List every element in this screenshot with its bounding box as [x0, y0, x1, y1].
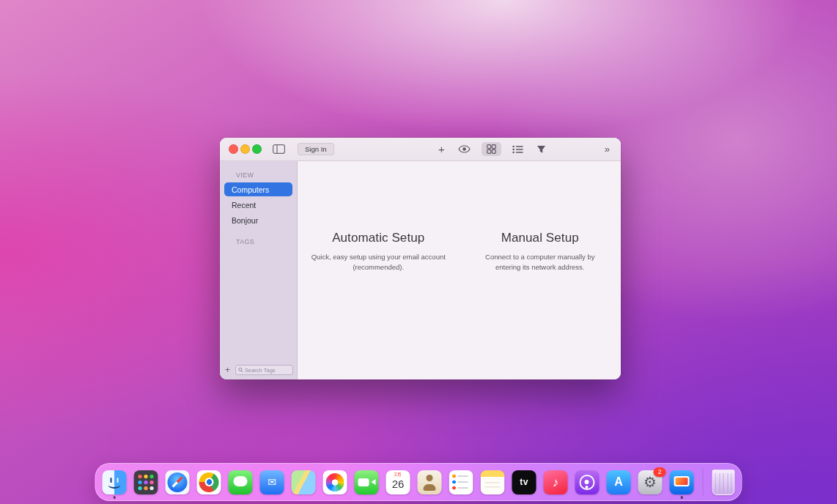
- tv-icon: tv: [512, 470, 537, 494]
- dock-item-notes[interactable]: [481, 470, 505, 494]
- dock-item-safari[interactable]: [166, 470, 190, 494]
- add-tag-button[interactable]: +: [224, 366, 232, 374]
- sidebar-item-computers[interactable]: Computers: [224, 182, 292, 196]
- dock-item-mail[interactable]: ✉: [260, 470, 284, 494]
- music-glyph: ♪: [544, 470, 568, 494]
- mail-icon: ✉: [260, 470, 284, 494]
- sidebar-item-recent[interactable]: Recent: [224, 198, 292, 212]
- notification-badge: 2: [654, 467, 666, 477]
- messages-icon: [229, 470, 253, 494]
- traffic-lights: [229, 144, 262, 154]
- automatic-setup-option[interactable]: Automatic Setup Quick, easy setup using …: [298, 231, 460, 272]
- plus-icon: +: [438, 144, 445, 155]
- dock-item-calendar[interactable]: 2月26: [386, 470, 410, 494]
- toolbar-overflow-button[interactable]: »: [602, 144, 612, 155]
- sidebar-section-view: VIEW: [236, 171, 297, 179]
- tv-glyph: tv: [512, 470, 537, 494]
- photos-icon: [323, 470, 347, 494]
- screens-icon: [670, 470, 694, 494]
- settings-icon: ⚙2: [638, 470, 663, 494]
- sidebar-toggle-button[interactable]: [270, 143, 287, 155]
- tag-search-field[interactable]: [235, 365, 293, 375]
- screens-app-window: Sign In +: [220, 138, 621, 379]
- dock-item-photos[interactable]: [323, 470, 347, 494]
- dock-item-appstore[interactable]: A: [607, 470, 631, 494]
- running-indicator: [680, 496, 683, 499]
- calendar-month-label: 2月: [394, 472, 402, 478]
- filter-button[interactable]: [534, 144, 548, 155]
- automatic-setup-title: Automatic Setup: [332, 231, 424, 245]
- setup-options: Automatic Setup Quick, easy setup using …: [298, 231, 621, 272]
- dock-item-screens[interactable]: [670, 470, 694, 494]
- close-button[interactable]: [229, 144, 238, 154]
- eye-icon: [458, 145, 471, 153]
- dock-item-contacts[interactable]: [418, 470, 442, 494]
- music-icon: ♪: [544, 470, 568, 494]
- chevrons-icon: »: [605, 144, 610, 154]
- search-icon: [238, 367, 243, 373]
- manual-setup-option[interactable]: Manual Setup Connect to a computer manua…: [460, 231, 622, 272]
- toolbar: +: [436, 142, 612, 156]
- manual-setup-title: Manual Setup: [501, 231, 579, 245]
- contacts-icon: [418, 470, 442, 494]
- manual-setup-description: Connect to a computer manually by enteri…: [475, 252, 605, 272]
- dock-item-chrome[interactable]: [197, 470, 221, 494]
- dock-separator: [703, 469, 704, 495]
- maps-icon: [292, 470, 316, 494]
- calendar-icon: 2月26: [386, 470, 410, 494]
- dock-item-reminders[interactable]: [449, 470, 473, 494]
- notes-icon: [481, 470, 505, 494]
- sidebar-section-tags: TAGS: [236, 238, 297, 245]
- search-tags-input[interactable]: [245, 367, 290, 374]
- main-content: Automatic Setup Quick, easy setup using …: [298, 161, 621, 379]
- add-button[interactable]: +: [436, 143, 447, 156]
- zoom-button[interactable]: [252, 144, 262, 154]
- list-view-button[interactable]: [510, 144, 526, 155]
- grid-view-icon: [487, 144, 496, 154]
- chrome-icon: [197, 470, 221, 494]
- dock-item-facetime[interactable]: [355, 470, 379, 494]
- minimize-button[interactable]: [240, 144, 250, 154]
- window-titlebar[interactable]: Sign In +: [220, 138, 621, 161]
- list-view-icon: [512, 145, 523, 154]
- dock-item-launchpad[interactable]: [134, 470, 158, 494]
- appstore-glyph: A: [607, 470, 631, 494]
- safari-icon: [166, 470, 190, 494]
- running-indicator: [113, 496, 116, 499]
- finder-icon: [103, 470, 127, 494]
- reminders-icon: [449, 470, 473, 494]
- preview-button[interactable]: [456, 144, 473, 155]
- automatic-setup-description: Quick, easy setup using your email accou…: [309, 252, 448, 272]
- launchpad-icon: [134, 470, 158, 494]
- filter-icon: [537, 145, 546, 154]
- mail-glyph: ✉: [260, 470, 284, 494]
- appstore-icon: A: [607, 470, 631, 494]
- dock-item-settings[interactable]: ⚙2: [638, 470, 663, 494]
- podcasts-icon: [575, 470, 600, 494]
- dock-item-messages[interactable]: [229, 470, 253, 494]
- sidebar-footer: +: [220, 363, 297, 379]
- dock-item-music[interactable]: ♪: [544, 470, 568, 494]
- dock-item-finder[interactable]: [103, 470, 127, 494]
- trash-icon: [712, 470, 735, 495]
- dock-item-podcasts[interactable]: [575, 470, 600, 494]
- sidebar-list: VIEW Computers Recent Bonjour TAGS: [220, 161, 297, 363]
- dock: ✉2月26tv♪A⚙2: [95, 463, 742, 501]
- calendar-day-label: 26: [392, 478, 405, 489]
- sign-in-button[interactable]: Sign In: [298, 143, 334, 155]
- sidebar-toggle-icon: [273, 144, 285, 154]
- dock-item-tv[interactable]: tv: [512, 470, 537, 494]
- window-body: VIEW Computers Recent Bonjour TAGS +: [220, 161, 621, 379]
- facetime-icon: [355, 470, 379, 494]
- sidebar-item-bonjour[interactable]: Bonjour: [224, 213, 292, 227]
- dock-item-maps[interactable]: [292, 470, 316, 494]
- grid-view-button[interactable]: [482, 142, 501, 156]
- sidebar: VIEW Computers Recent Bonjour TAGS +: [220, 161, 298, 379]
- dock-item-trash[interactable]: [712, 470, 735, 495]
